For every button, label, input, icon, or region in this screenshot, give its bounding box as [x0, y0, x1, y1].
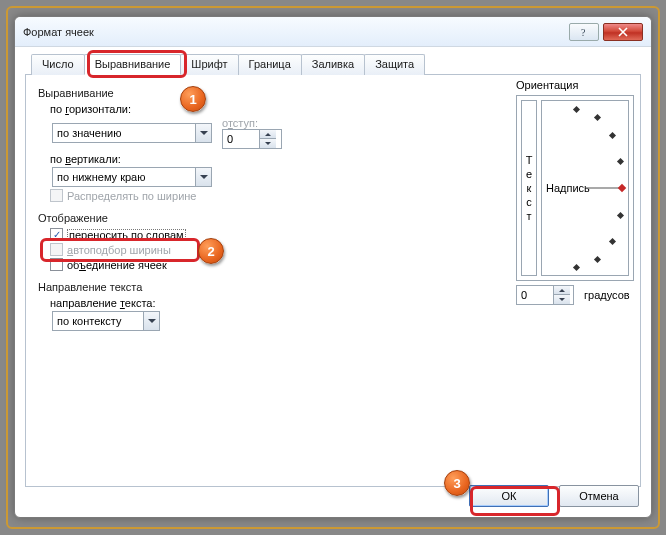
horizontal-select[interactable]: по значению — [52, 123, 212, 143]
callout-3: 3 — [444, 470, 470, 496]
tab-protection[interactable]: Защита — [364, 54, 425, 75]
svg-text:?: ? — [581, 27, 586, 37]
vertical-value: по нижнему краю — [57, 171, 145, 183]
tab-body: Выравнивание по горизонтали: по значению… — [25, 75, 641, 487]
tab-number[interactable]: Число — [31, 54, 85, 75]
text-direction-value: по контексту — [57, 315, 121, 327]
orientation-vertical-text[interactable]: Т е к с т — [521, 100, 537, 276]
wrap-text-row[interactable]: переносить по словам — [50, 228, 468, 241]
text-direction-group-label: Направление текста — [38, 281, 468, 293]
tab-strip: Число Выравнивание Шрифт Граница Заливка… — [25, 53, 641, 75]
degrees-spinner[interactable] — [516, 285, 574, 305]
spinner-up-icon[interactable] — [554, 286, 570, 295]
merge-checkbox[interactable] — [50, 258, 63, 271]
close-button[interactable] — [603, 23, 643, 41]
indent-label: отступ: — [222, 117, 258, 129]
vertical-label: по вертикали: — [50, 153, 468, 165]
wrap-text-label: переносить по словам — [67, 229, 186, 241]
shrink-row: автоподбор ширины — [50, 243, 468, 256]
horizontal-label: по горизонтали: — [50, 103, 468, 115]
degrees-value[interactable] — [517, 288, 553, 302]
orientation-radial[interactable]: Надпись — [541, 100, 629, 276]
orientation-handle-icon[interactable] — [618, 184, 626, 192]
chevron-down-icon — [195, 124, 211, 142]
callout-1: 1 — [180, 86, 206, 112]
orientation-group-label: Ориентация — [516, 79, 634, 91]
spinner-down-icon[interactable] — [554, 295, 570, 304]
orientation-box: Т е к с т Надпись — [516, 95, 634, 281]
distribute-checkbox-row: Распределять по ширине — [50, 189, 468, 202]
text-direction-field-label: направление текста: — [50, 297, 468, 309]
text-direction-select[interactable]: по контексту — [52, 311, 160, 331]
help-button[interactable]: ? — [569, 23, 599, 41]
shrink-label: автоподбор ширины — [67, 244, 171, 256]
chevron-down-icon — [143, 312, 159, 330]
format-cells-dialog: Формат ячеек ? Число Выравнивание Шрифт … — [14, 16, 652, 518]
merge-label: объединение ячеек — [67, 259, 167, 271]
ok-button[interactable]: ОК — [469, 485, 549, 507]
orientation-line-icon — [586, 188, 620, 189]
display-group-label: Отображение — [38, 212, 468, 224]
tab-alignment[interactable]: Выравнивание — [84, 54, 182, 75]
degrees-label: градусов — [584, 289, 630, 301]
indent-spinner[interactable] — [222, 129, 282, 149]
tab-border[interactable]: Граница — [238, 54, 302, 75]
orientation-radial-label: Надпись — [546, 182, 590, 194]
spinner-down-icon[interactable] — [260, 139, 276, 148]
chevron-down-icon — [195, 168, 211, 186]
titlebar: Формат ячеек ? — [15, 17, 651, 47]
indent-value[interactable] — [223, 132, 259, 146]
horizontal-value: по значению — [57, 127, 121, 139]
shrink-checkbox — [50, 243, 63, 256]
callout-2: 2 — [198, 238, 224, 264]
vertical-select[interactable]: по нижнему краю — [52, 167, 212, 187]
distribute-label: Распределять по ширине — [67, 190, 196, 202]
spinner-up-icon[interactable] — [260, 130, 276, 139]
tab-font[interactable]: Шрифт — [180, 54, 238, 75]
cancel-button[interactable]: Отмена — [559, 485, 639, 507]
window-title: Формат ячеек — [23, 26, 94, 38]
alignment-group-label: Выравнивание — [38, 87, 468, 99]
merge-row[interactable]: объединение ячеек — [50, 258, 468, 271]
tab-fill[interactable]: Заливка — [301, 54, 365, 75]
wrap-text-checkbox[interactable] — [50, 228, 63, 241]
distribute-checkbox — [50, 189, 63, 202]
